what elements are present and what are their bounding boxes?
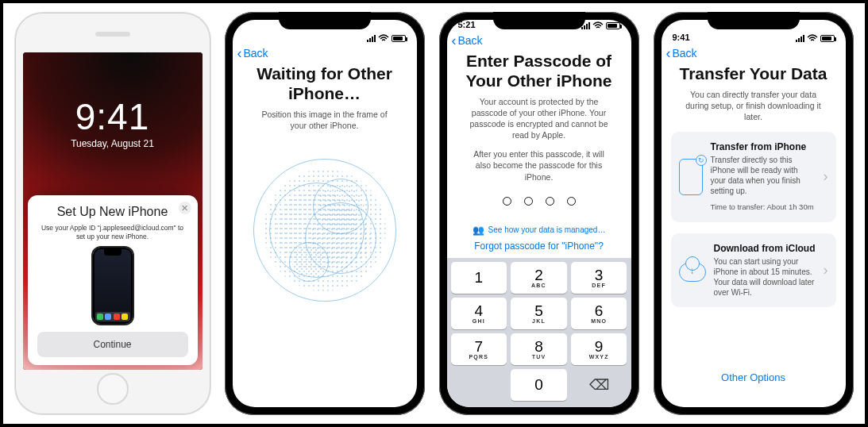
wallpaper: 9:41 Tuesday, August 21 ✕ Set Up New iPh…	[23, 52, 203, 370]
sheet-text: Use your Apple ID "j.appleseed@icloud.co…	[37, 224, 188, 241]
key-blank	[451, 369, 507, 401]
lock-clock: 9:41 Tuesday, August 21	[23, 95, 203, 149]
other-options-link[interactable]: Other Options	[662, 371, 846, 407]
cellular-icon	[367, 35, 376, 42]
back-button[interactable]: ‹ Back	[233, 44, 417, 60]
continue-button[interactable]: Continue	[37, 332, 188, 357]
screenshot-frame: 9:41 Tuesday, August 21 ✕ Set Up New iPh…	[0, 0, 868, 427]
key-1[interactable]: 1	[451, 262, 507, 294]
managed-label: See how your data is managed…	[488, 225, 606, 234]
key-4[interactable]: 4GHI	[451, 298, 507, 329]
back-label: Back	[458, 34, 483, 47]
key-2[interactable]: 2ABC	[511, 262, 567, 294]
key-9[interactable]: 9WXYZ	[571, 333, 627, 365]
download-from-icloud-card[interactable]: Download from iCloud You can start using…	[671, 233, 836, 307]
chevron-left-icon: ‹	[452, 35, 457, 46]
page-subtitle: You can directly transfer your data duri…	[662, 89, 846, 123]
people-icon: 👥	[473, 225, 484, 236]
phone-passcode: 5:21 ‹ Back Enter Passcode of Your Other…	[439, 12, 639, 415]
page-title: Enter Passcode of Your Other iPhone	[447, 47, 631, 96]
passcode-screen: 5:21 ‹ Back Enter Passcode of Your Other…	[447, 20, 631, 407]
close-icon[interactable]: ✕	[179, 202, 191, 214]
setup-sheet: ✕ Set Up New iPhone Use your Apple ID "j…	[28, 195, 198, 365]
wifi-icon	[807, 34, 818, 42]
phone-setup-prompt: 9:41 Tuesday, August 21 ✕ Set Up New iPh…	[15, 13, 210, 414]
status-time: 5:21	[458, 20, 476, 29]
phone-transfer: 9:41 ‹ Back Transfer Your Data You can d…	[654, 12, 854, 415]
page-title: Transfer Your Data	[662, 60, 846, 89]
pairing-animation	[241, 147, 408, 314]
notch	[493, 12, 585, 29]
waiting-screen: ‹ Back Waiting for Other iPhone… Positio…	[233, 20, 417, 407]
numeric-keypad: 1 2ABC 3DEF 4GHI 5JKL 6MNO 7PQRS 8TUV 9W…	[447, 258, 631, 407]
page-subtitle: Position this image in the frame of your…	[233, 109, 417, 131]
battery-icon	[392, 35, 406, 42]
key-7[interactable]: 7PQRS	[451, 333, 507, 365]
card-meta: Time to transfer: About 1h 30m	[711, 202, 816, 212]
status-icons	[581, 21, 620, 29]
speaker	[95, 32, 130, 37]
card-title: Download from iCloud	[714, 243, 816, 254]
chevron-left-icon: ‹	[666, 48, 671, 59]
back-button[interactable]: ‹ Back	[447, 31, 631, 47]
iphone-transfer-icon: ↻	[679, 159, 703, 195]
back-label: Back	[244, 47, 268, 60]
passcode-dots	[447, 197, 631, 206]
dock-illustration	[95, 312, 130, 321]
icloud-download-icon	[679, 263, 706, 282]
back-button[interactable]: ‹ Back	[662, 44, 846, 60]
key-8[interactable]: 8TUV	[511, 333, 567, 365]
back-label: Back	[673, 47, 697, 60]
key-6[interactable]: 6MNO	[571, 298, 627, 329]
page-title: Waiting for Other iPhone…	[233, 60, 417, 109]
chevron-left-icon: ‹	[237, 48, 242, 59]
battery-icon	[606, 22, 620, 29]
status-time: 9:41	[673, 33, 690, 42]
chevron-right-icon: ›	[824, 262, 828, 279]
card-title: Transfer from iPhone	[711, 141, 816, 152]
lock-date: Tuesday, August 21	[23, 138, 203, 149]
arrow-in-icon: ↻	[696, 155, 707, 166]
wifi-icon	[592, 21, 604, 29]
transfer-screen: 9:41 ‹ Back Transfer Your Data You can d…	[662, 20, 846, 407]
chevron-right-icon: ›	[824, 168, 828, 185]
battery-icon	[820, 35, 835, 42]
notch	[708, 12, 800, 29]
page-subtitle-2: After you enter this passcode, it will a…	[447, 148, 631, 183]
card-text: You can start using your iPhone in about…	[714, 256, 816, 298]
home-button[interactable]	[97, 373, 129, 405]
phone-waiting: ‹ Back Waiting for Other iPhone… Positio…	[225, 12, 425, 415]
key-delete[interactable]: ⌫	[571, 369, 627, 401]
notch	[279, 12, 371, 29]
key-0[interactable]: 0	[511, 369, 567, 401]
status-icons	[796, 34, 835, 42]
transfer-from-iphone-card[interactable]: ↻ Transfer from iPhone Transfer directly…	[671, 132, 836, 221]
sheet-title: Set Up New iPhone	[37, 205, 188, 219]
page-subtitle-1: Your account is protected by the passcod…	[447, 96, 631, 141]
forgot-passcode-link[interactable]: Forgot passcode for "iPhone"?	[447, 240, 631, 252]
wifi-icon	[378, 34, 389, 42]
data-managed-link[interactable]: 👥 See how your data is managed…	[447, 225, 631, 236]
lock-screen: 9:41 Tuesday, August 21 ✕ Set Up New iPh…	[23, 52, 203, 370]
lock-time: 9:41	[23, 95, 203, 138]
backspace-icon: ⌫	[589, 376, 609, 394]
key-5[interactable]: 5JKL	[511, 298, 567, 329]
cellular-icon	[796, 35, 804, 42]
card-text: Transfer directly so this iPhone will be…	[711, 155, 816, 196]
status-icons	[367, 34, 406, 42]
iphone-illustration	[93, 248, 133, 324]
key-3[interactable]: 3DEF	[571, 262, 627, 294]
